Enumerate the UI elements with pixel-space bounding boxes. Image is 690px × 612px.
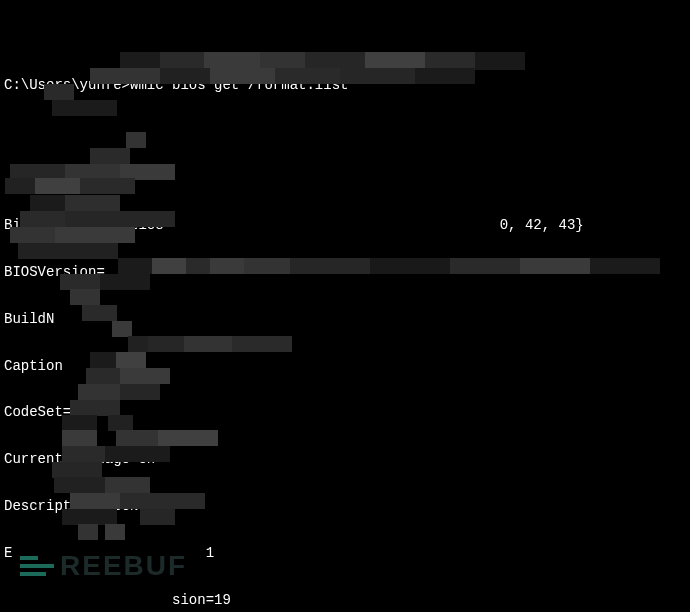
redaction-block [52, 462, 102, 478]
output-line: sion=19 [4, 593, 686, 609]
redaction-block [275, 68, 345, 84]
redaction-block [126, 132, 146, 148]
redaction-block [90, 68, 170, 84]
redaction-block [70, 289, 100, 305]
redaction-block [520, 258, 590, 274]
redaction-block [475, 52, 525, 70]
redaction-block [116, 352, 146, 368]
redaction-block [120, 384, 160, 400]
redaction-block [370, 258, 450, 274]
redaction-block [70, 493, 125, 509]
redaction-block [70, 400, 120, 416]
redaction-block [18, 243, 118, 259]
redaction-block [30, 195, 70, 211]
redaction-block [590, 258, 660, 274]
redaction-block [340, 68, 420, 84]
redaction-block [148, 336, 188, 352]
redaction-block [184, 336, 234, 352]
redaction-block [210, 68, 280, 84]
output-line: E 1 [4, 546, 686, 562]
redaction-block [62, 415, 97, 431]
redaction-block [62, 509, 117, 525]
redaction-block [105, 446, 170, 462]
redaction-block [10, 227, 60, 243]
redaction-block [415, 68, 475, 84]
redaction-block [82, 305, 117, 321]
blank-line [4, 125, 686, 141]
redaction-block [44, 84, 74, 100]
redaction-block [232, 336, 292, 352]
redaction-block [158, 430, 218, 446]
redaction-block [105, 524, 125, 540]
redaction-block [35, 178, 85, 194]
redaction-block [140, 509, 175, 525]
redaction-block [112, 321, 132, 337]
redaction-block [120, 368, 170, 384]
redaction-block [244, 258, 294, 274]
redaction-block [52, 100, 117, 116]
redaction-block [20, 211, 70, 227]
redaction-block [65, 211, 175, 227]
line-prev [4, 31, 686, 47]
redaction-block [62, 430, 97, 446]
redaction-block [120, 493, 205, 509]
redaction-block [78, 524, 98, 540]
redaction-block [90, 148, 130, 164]
redaction-block [65, 195, 120, 211]
redaction-block [450, 258, 520, 274]
redaction-block [108, 415, 133, 431]
redaction-block [55, 227, 135, 243]
redaction-block [290, 258, 370, 274]
redaction-block [80, 178, 135, 194]
redaction-block [105, 477, 150, 493]
redaction-block [100, 274, 150, 290]
